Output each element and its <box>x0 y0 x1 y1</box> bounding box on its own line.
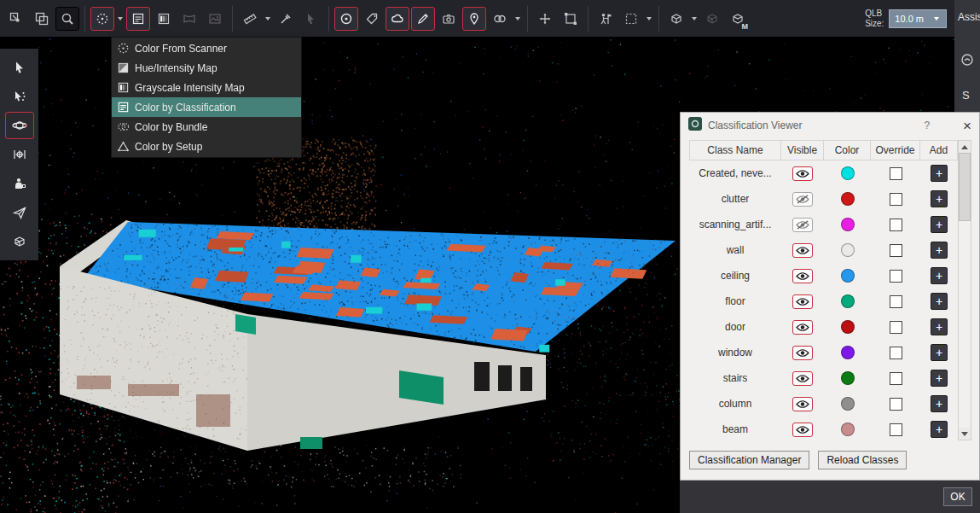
snap-grid-button[interactable] <box>559 7 583 31</box>
level-target-button[interactable] <box>5 141 34 168</box>
target-point-button[interactable] <box>334 7 358 31</box>
override-checkbox[interactable] <box>890 295 902 308</box>
override-checkbox[interactable] <box>890 193 902 206</box>
add-class-button[interactable]: + <box>931 165 948 182</box>
annotation-pen-button[interactable] <box>411 7 435 31</box>
override-checkbox[interactable] <box>890 372 902 385</box>
assist-panel-title[interactable]: Assis <box>954 0 980 23</box>
import-scan-button[interactable] <box>4 7 28 31</box>
marquee-selection-button[interactable] <box>619 7 643 31</box>
class-color-swatch[interactable] <box>841 423 855 436</box>
color-from-scanner-button[interactable] <box>90 7 114 31</box>
class-color-swatch[interactable] <box>841 166 855 180</box>
camera-button[interactable] <box>437 7 461 31</box>
pick-arrow-button[interactable] <box>299 7 323 31</box>
point-cloud-button[interactable] <box>386 7 409 31</box>
classification-manager-button[interactable]: Classification Manager <box>689 451 809 469</box>
visibility-toggle[interactable] <box>792 346 813 360</box>
scrollbar-thumb[interactable] <box>959 153 971 221</box>
visibility-toggle[interactable] <box>792 371 813 386</box>
class-color-swatch[interactable] <box>841 218 855 231</box>
scrollbar-track[interactable] <box>959 153 971 428</box>
location-pin-button[interactable] <box>462 7 486 31</box>
wireframe-cube-button[interactable] <box>700 7 724 31</box>
measure-button[interactable] <box>238 7 262 31</box>
ok-button[interactable]: OK <box>943 487 972 506</box>
add-class-button[interactable]: + <box>931 216 948 233</box>
qlb-size-dropdown[interactable]: 10.0 m <box>889 9 947 28</box>
add-class-button[interactable]: + <box>931 267 948 284</box>
override-checkbox[interactable] <box>890 423 902 436</box>
scroll-down-icon[interactable] <box>959 428 971 440</box>
menu-item-color-from-scanner[interactable]: Color From Scanner <box>112 38 301 58</box>
zoom-button[interactable] <box>55 7 79 31</box>
override-checkbox[interactable] <box>890 270 902 283</box>
add-class-button[interactable]: + <box>931 293 948 310</box>
class-color-swatch[interactable] <box>841 294 855 308</box>
menu-item-hue-intensity-map[interactable]: Hue/Intensity Map <box>112 58 301 78</box>
reload-classes-button[interactable]: Reload Classes <box>818 451 907 469</box>
override-checkbox[interactable] <box>890 167 902 180</box>
visibility-toggle[interactable] <box>792 243 813 258</box>
cube-view-button[interactable] <box>664 7 688 31</box>
scroll-up-icon[interactable] <box>959 141 971 153</box>
override-checkbox[interactable] <box>890 244 902 257</box>
color-by-classification-button[interactable] <box>126 7 150 31</box>
cube-m-button[interactable]: M <box>726 7 750 31</box>
add-class-button[interactable]: + <box>931 395 948 412</box>
add-class-button[interactable]: + <box>931 242 948 259</box>
orbit-button[interactable] <box>5 112 34 139</box>
probe-button[interactable] <box>274 7 298 31</box>
visibility-toggle[interactable] <box>792 397 813 411</box>
visibility-toggle[interactable] <box>792 294 813 309</box>
override-checkbox[interactable] <box>890 219 902 231</box>
surveyor-button[interactable] <box>594 7 618 31</box>
select-points-button[interactable] <box>5 83 34 110</box>
menu-item-grayscale-intensity-map[interactable]: Grayscale Intensity Map <box>112 78 301 97</box>
visibility-toggle[interactable] <box>792 423 813 437</box>
registration-button[interactable] <box>488 7 512 31</box>
select-arrow-button[interactable] <box>5 54 34 81</box>
class-color-swatch[interactable] <box>841 243 855 257</box>
fly-button[interactable] <box>5 199 34 226</box>
visibility-toggle[interactable] <box>792 320 813 335</box>
class-color-swatch[interactable] <box>841 346 855 359</box>
marquee-caret[interactable] <box>647 17 652 20</box>
table-scrollbar[interactable] <box>958 140 971 440</box>
class-color-swatch[interactable] <box>841 320 855 334</box>
visibility-toggle[interactable] <box>792 218 813 232</box>
clipping-box-button[interactable] <box>5 228 34 255</box>
class-color-swatch[interactable] <box>841 371 855 385</box>
help-button[interactable]: ? <box>924 120 930 131</box>
class-color-swatch[interactable] <box>841 269 855 283</box>
visibility-toggle[interactable] <box>792 269 813 283</box>
assist-icon[interactable] <box>960 53 974 69</box>
override-checkbox[interactable] <box>890 347 902 359</box>
assist-panel-item[interactable]: S <box>962 89 970 102</box>
menu-item-color-by-bundle[interactable]: Color by Bundle <box>112 117 301 137</box>
class-color-swatch[interactable] <box>841 397 855 411</box>
panorama-view-button[interactable] <box>177 7 201 31</box>
add-class-button[interactable]: + <box>931 318 948 335</box>
override-checkbox[interactable] <box>890 321 902 334</box>
close-icon[interactable]: × <box>963 119 971 133</box>
add-class-button[interactable]: + <box>931 190 948 207</box>
add-class-button[interactable]: + <box>931 370 948 387</box>
override-checkbox[interactable] <box>890 398 902 411</box>
cube-view-caret[interactable] <box>692 17 697 20</box>
window-layout-button[interactable] <box>30 7 54 31</box>
class-color-swatch[interactable] <box>841 192 855 206</box>
menu-item-color-by-classification[interactable]: Color by Classification <box>112 97 301 117</box>
visibility-toggle[interactable] <box>792 192 813 207</box>
tag-button[interactable] <box>360 7 384 31</box>
image-view-button[interactable] <box>203 7 227 31</box>
add-class-button[interactable]: + <box>931 344 948 361</box>
grayscale-intensity-button[interactable] <box>152 7 176 31</box>
measure-caret[interactable] <box>265 17 270 20</box>
add-class-button[interactable]: + <box>931 421 948 438</box>
color-mode-caret[interactable] <box>118 17 123 20</box>
move-axes-button[interactable] <box>533 7 557 31</box>
menu-item-color-by-setup[interactable]: Color by Setup <box>112 137 301 156</box>
visibility-toggle[interactable] <box>792 166 813 181</box>
registration-caret[interactable] <box>515 17 520 20</box>
